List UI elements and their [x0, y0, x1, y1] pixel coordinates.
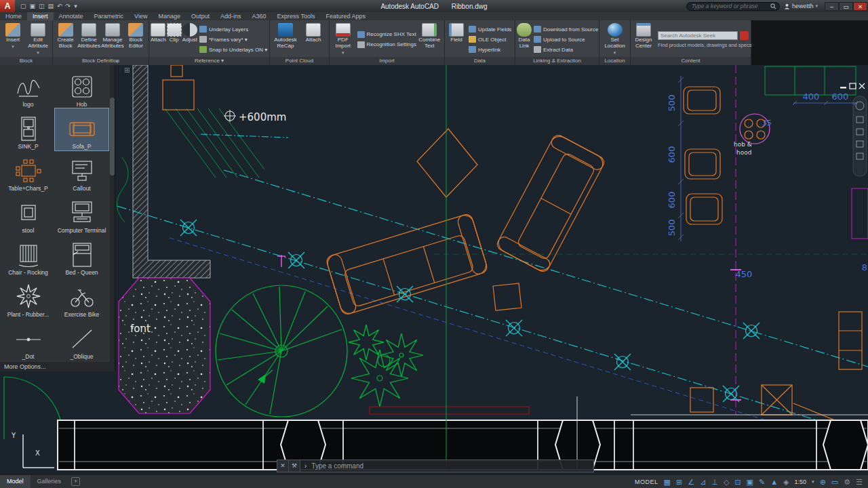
panel-label-content[interactable]: Content	[631, 57, 751, 65]
insert-block-button[interactable]: Insert ▾	[1, 22, 24, 57]
clip-button[interactable]: Clip	[167, 22, 182, 57]
snap-to-underlays-dropdown[interactable]: Snap to Underlays ON ▾	[198, 45, 269, 54]
design-center-button[interactable]: Design Center	[632, 22, 655, 57]
drawing-minimize-icon[interactable]	[840, 87, 846, 89]
model-space-toggle[interactable]: MODEL	[635, 479, 658, 485]
palette-item-sofa[interactable]: Sofa_P	[55, 108, 108, 150]
field-button[interactable]: Field	[446, 22, 467, 57]
hyperlink-button[interactable]: Hyperlink	[467, 45, 513, 54]
annotation-scale[interactable]: 1:50	[795, 479, 807, 485]
scale-dropdown-icon[interactable]: ▾	[812, 479, 814, 485]
palette-item-hob[interactable]: Hob	[55, 66, 108, 108]
panel-label-location[interactable]: Location	[599, 57, 630, 65]
command-tools-icon[interactable]: ⚒	[289, 460, 300, 472]
hardware-acceleration-icon[interactable]: ⚙	[844, 475, 850, 488]
workspace-switching-icon[interactable]: ⊕	[820, 475, 826, 488]
dynamic-input-icon[interactable]: ✎	[759, 475, 765, 488]
object-snap-icon[interactable]: ⊡	[734, 475, 741, 488]
palette-item-plant-rubber[interactable]: Plant - Rubber...	[1, 277, 55, 319]
ole-object-button[interactable]: OLE Object	[467, 35, 513, 44]
insert-dropdown-icon[interactable]: ▾	[12, 44, 14, 49]
edit-attribute-button[interactable]: Edit Attribute ▾	[25, 22, 51, 57]
undo-icon[interactable]: ↶	[57, 0, 62, 12]
signed-in-user[interactable]: hewetth ▾	[784, 3, 818, 9]
palette-item-bed-queen[interactable]: Bed - Queen	[55, 235, 108, 277]
minimize-button[interactable]: –	[825, 2, 839, 11]
tab-parametric[interactable]: Parametric	[89, 12, 130, 20]
upload-to-source-button[interactable]: Upload to Source	[532, 35, 599, 44]
autoscale-icon[interactable]: ◈	[783, 475, 789, 488]
search-icon[interactable]	[770, 3, 776, 9]
palette-more-options[interactable]: More Options...	[0, 362, 115, 371]
tab-insert[interactable]: Insert	[27, 12, 54, 20]
command-line[interactable]: ✕ ⚒ › Type a command	[277, 460, 594, 472]
extract-data-button[interactable]: Extract Data	[532, 45, 599, 54]
panel-label-block-definition[interactable]: Block Definition	[53, 57, 149, 65]
block-editor-button[interactable]: Block Editor	[125, 22, 147, 57]
drawing-canvas[interactable]: 500 600 600 500 400 600 450 35 8 +600mm …	[0, 65, 868, 474]
panel-label-linking[interactable]: Linking & Extraction	[515, 57, 599, 65]
keyword-search-input[interactable]	[686, 2, 780, 11]
pdf-import-dropdown-icon[interactable]: ▾	[342, 50, 344, 56]
tab-home[interactable]: Home	[0, 12, 27, 20]
tab-annotate[interactable]: Annotate	[54, 12, 89, 20]
frames-dropdown[interactable]: *Frames vary* ▾	[198, 35, 269, 44]
concrete-column[interactable]	[119, 278, 210, 413]
polar-tracking-icon[interactable]: ∠	[688, 475, 694, 488]
data-link-button[interactable]: Data Link	[517, 22, 532, 57]
tab-featured-apps[interactable]: Featured Apps	[320, 12, 371, 20]
viewport-controls-icon[interactable]: ⊞	[124, 66, 130, 74]
app-logo[interactable]: A	[0, 0, 15, 12]
galleries-tab[interactable]: Galleries	[31, 475, 68, 488]
save-icon[interactable]: ◫	[39, 0, 45, 12]
panel-label-block[interactable]: Block	[0, 57, 52, 65]
palette-item-exercise-bike[interactable]: Exercise Bike	[55, 277, 108, 319]
grid-icon[interactable]: ▦	[664, 475, 671, 488]
attach-button[interactable]: Attach	[151, 22, 166, 57]
close-button[interactable]: ✕	[853, 2, 867, 11]
palette-item-chair-rocking[interactable]: Chair - Rocking	[1, 235, 55, 277]
panel-label-point-cloud[interactable]: Point Cloud	[270, 57, 329, 65]
palette-item-oblique[interactable]: _Oblique	[55, 319, 108, 361]
pdf-import-button[interactable]: PDF Import ▾	[331, 22, 355, 57]
tab-manage[interactable]: Manage	[153, 12, 186, 20]
tab-view[interactable]: View	[129, 12, 153, 20]
redo-icon[interactable]: ↷	[66, 0, 71, 12]
maximize-button[interactable]: ▭	[839, 2, 853, 11]
underlay-layers-button[interactable]: Underlay Layers	[198, 25, 269, 34]
command-close-icon[interactable]: ✕	[277, 460, 289, 472]
autodesk-recap-button[interactable]: Autodesk ReCap	[271, 22, 300, 57]
seek-search-input[interactable]	[658, 31, 738, 40]
palette-item-table-chairs[interactable]: Table+Chars_P	[1, 150, 55, 192]
palette-collapse-arrow[interactable]: ◂	[115, 58, 118, 64]
tab-addins[interactable]: Add-ins	[215, 12, 247, 20]
tab-express-tools[interactable]: Express Tools	[272, 12, 321, 20]
tab-a360[interactable]: A360	[247, 12, 272, 20]
isodraft-icon[interactable]: ⊿	[700, 475, 706, 488]
palette-item-computer-terminal[interactable]: Computer Terminal	[55, 192, 108, 235]
palette-item-stool[interactable]: stool	[1, 192, 55, 235]
customize-icon[interactable]: ☰	[856, 475, 863, 488]
panel-label-data[interactable]: Data	[445, 57, 515, 65]
model-tab[interactable]: Model	[0, 475, 31, 488]
snap-icon[interactable]: ⊞	[676, 475, 682, 488]
ortho-icon[interactable]: ⊥	[711, 475, 718, 488]
point-cloud-attach-button[interactable]: Attach	[300, 22, 326, 57]
tab-output[interactable]: Output	[186, 12, 215, 20]
download-from-source-button[interactable]: Download from Source	[532, 25, 599, 34]
palette-item-dot[interactable]: _Dot	[1, 319, 55, 361]
user-dropdown-icon[interactable]: ▾	[815, 3, 818, 9]
lineweight-icon[interactable]: ▣	[747, 475, 753, 488]
open-icon[interactable]: ▣	[30, 0, 36, 12]
panel-label-import[interactable]: Import	[330, 57, 444, 65]
seek-go-icon[interactable]	[740, 31, 749, 40]
object-snap-tracking-icon[interactable]: ◇	[724, 475, 729, 488]
recognize-shx-text-button[interactable]: Recognize SHX Text	[356, 30, 416, 39]
panel-label-reference[interactable]: Reference ▾	[149, 57, 269, 65]
annotation-visibility-icon[interactable]: ▲	[770, 475, 778, 488]
create-block-button[interactable]: Create Block	[54, 22, 77, 57]
palette-item-callout[interactable]: Callout	[55, 150, 108, 192]
manage-attributes-button[interactable]: Manage Attributes	[101, 22, 124, 57]
set-location-dropdown-icon[interactable]: ▾	[614, 50, 616, 56]
palette-scrollbar[interactable]	[110, 65, 115, 362]
